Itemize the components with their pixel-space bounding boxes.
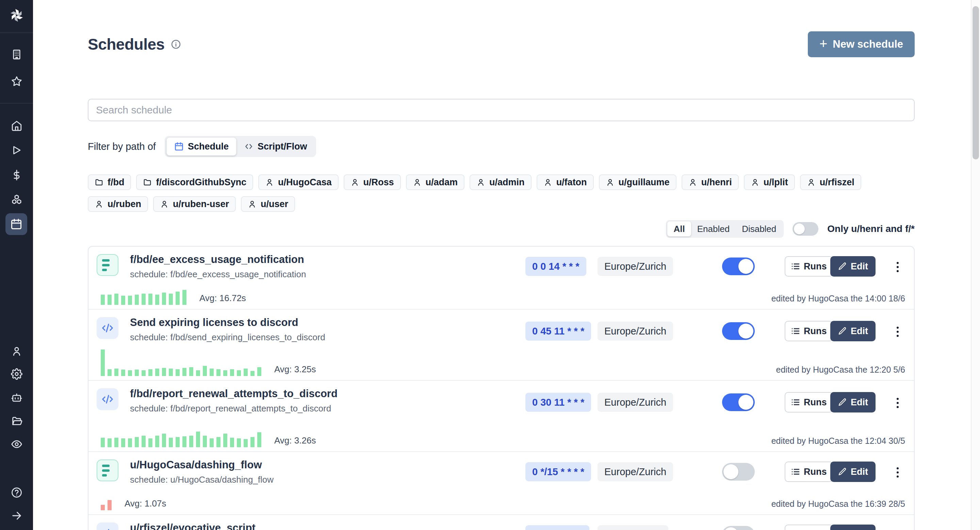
search-input[interactable]	[88, 99, 915, 121]
runtime-bar	[108, 500, 111, 510]
user-icon	[751, 178, 759, 187]
path-kind-toggle: Schedule Script/Flow	[165, 136, 317, 157]
schedule-title[interactable]: f/bd/report_renewal_attempts_to_discord	[130, 388, 337, 400]
sidebar-item-audit-logs[interactable]	[0, 438, 33, 450]
runtime-bar	[108, 369, 111, 376]
more-menu-button[interactable]	[891, 325, 904, 338]
toggle-knob	[738, 259, 753, 274]
cron-badge: 0 */15 * * * *	[525, 462, 591, 481]
runtime-bar	[216, 369, 221, 376]
edit-button[interactable]: Edit	[830, 321, 875, 341]
path-chip[interactable]: u/admin	[469, 174, 531, 190]
enable-toggle[interactable]	[722, 322, 755, 340]
info-icon[interactable]	[171, 39, 181, 49]
enable-toggle[interactable]	[722, 257, 755, 275]
path-chip[interactable]: u/HugoCasa	[258, 174, 339, 190]
enable-toggle[interactable]	[722, 526, 755, 530]
more-menu-button[interactable]	[891, 396, 904, 410]
edit-button[interactable]: Edit	[830, 461, 875, 482]
toggle-option-script-flow[interactable]: Script/Flow	[237, 137, 315, 155]
path-chip[interactable]: u/ruben-user	[153, 196, 236, 212]
runtime-bar-chart: Avg: 3.26s	[101, 431, 316, 447]
schedule-title[interactable]: f/bd/ee_excess_usage_notification	[130, 254, 304, 266]
schedule-subtitle: schedule: f/bd/report_renewal_attempts_t…	[130, 403, 331, 414]
runtime-bar	[142, 436, 146, 447]
schedule-title[interactable]: u/rfiszel/evocative_script	[130, 522, 256, 530]
runs-button[interactable]: Runs	[785, 461, 833, 482]
runtime-bar	[101, 505, 105, 510]
schedule-row: u/rfiszel/evocative_script */10 * * * * …	[89, 515, 914, 530]
page-scrollbar[interactable]	[971, 0, 980, 530]
runtime-bar	[176, 369, 180, 376]
avg-duration: Avg: 16.72s	[199, 293, 246, 305]
runtime-bar	[223, 370, 227, 376]
runtime-bar	[230, 438, 234, 447]
status-option-all[interactable]: All	[667, 221, 691, 236]
sidebar-item-workers[interactable]	[0, 392, 33, 404]
sidebar-collapse-button[interactable]	[0, 510, 33, 522]
status-option-disabled[interactable]: Disabled	[736, 221, 782, 236]
windmill-logo[interactable]	[0, 7, 33, 24]
status-option-enabled[interactable]: Enabled	[691, 221, 736, 236]
path-chip[interactable]: u/faton	[537, 174, 594, 190]
edit-button[interactable]: Edit	[830, 525, 875, 530]
runs-button[interactable]: Runs	[785, 256, 833, 276]
more-menu-button[interactable]	[891, 260, 904, 274]
pencil-icon	[838, 398, 846, 407]
script-icon	[97, 317, 118, 339]
path-chip[interactable]: u/adam	[406, 174, 465, 190]
edit-button[interactable]: Edit	[830, 256, 875, 276]
sidebar-item-resources[interactable]	[0, 194, 33, 205]
schedule-title[interactable]: Send expiring licenses to discord	[130, 316, 298, 329]
sidebar-item-runs[interactable]	[0, 144, 33, 156]
new-schedule-button[interactable]: + New schedule	[808, 31, 915, 57]
toggle-knob	[724, 527, 738, 530]
sidebar	[0, 0, 33, 530]
runtime-bar	[135, 295, 139, 305]
more-menu-button[interactable]	[891, 528, 904, 530]
schedule-subtitle: schedule: f/bd/ee_excess_usage_notificat…	[130, 269, 306, 279]
runtime-bar	[155, 436, 159, 447]
only-henri-toggle[interactable]	[792, 222, 818, 236]
runtime-bar	[189, 436, 193, 447]
runtime-bar	[101, 295, 105, 305]
flow-icon	[97, 254, 118, 276]
runs-button[interactable]: Runs	[785, 321, 833, 341]
enable-toggle[interactable]	[722, 393, 755, 411]
path-chip[interactable]: u/ruben	[88, 196, 148, 212]
sidebar-item-favorites[interactable]	[0, 76, 33, 87]
path-chip[interactable]: u/rfiszel	[800, 174, 861, 190]
runtime-bar	[223, 434, 227, 447]
edited-by: edited by HugoCasa the 14:00 18/6	[772, 294, 905, 303]
path-chip[interactable]: u/guillaume	[599, 174, 676, 190]
schedule-list: f/bd/ee_excess_usage_notification schedu…	[88, 246, 915, 530]
more-menu-button[interactable]	[891, 466, 904, 479]
folder-icon	[143, 178, 152, 187]
runtime-bar	[162, 368, 166, 376]
enable-toggle[interactable]	[722, 463, 755, 481]
toggle-option-schedule[interactable]: Schedule	[166, 137, 237, 156]
runs-button[interactable]: Runs	[785, 525, 833, 530]
sidebar-item-home[interactable]	[0, 120, 33, 131]
runs-button[interactable]: Runs	[785, 392, 833, 412]
sidebar-item-users[interactable]	[0, 345, 33, 357]
user-icon	[543, 178, 552, 187]
sidebar-item-schedules-active[interactable]	[5, 213, 27, 235]
runtime-bar	[203, 436, 207, 447]
path-chip[interactable]: u/lplit	[744, 174, 795, 190]
scrollbar-thumb[interactable]	[972, 6, 979, 160]
sidebar-item-workspace[interactable]	[0, 49, 33, 60]
sidebar-item-settings[interactable]	[0, 368, 33, 380]
sidebar-item-variables[interactable]	[0, 169, 33, 181]
path-chip[interactable]: f/discordGithubSync	[136, 174, 253, 190]
path-chip[interactable]: f/bd	[88, 174, 131, 190]
schedule-title[interactable]: u/HugoCasa/dashing_flow	[130, 459, 262, 471]
user-icon	[476, 178, 485, 187]
sidebar-item-folders[interactable]	[0, 415, 33, 427]
path-chip[interactable]: u/henri	[682, 174, 739, 190]
runtime-bar	[182, 436, 186, 447]
path-chip[interactable]: u/user	[241, 196, 295, 212]
sidebar-item-help[interactable]	[0, 487, 33, 498]
path-chip[interactable]: u/Ross	[344, 174, 401, 190]
edit-button[interactable]: Edit	[830, 392, 875, 412]
